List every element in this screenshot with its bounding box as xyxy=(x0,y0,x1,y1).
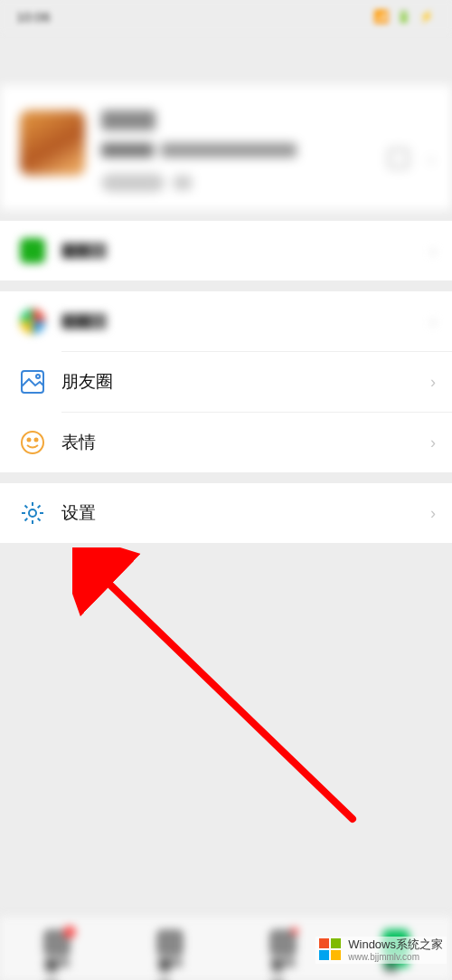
moments-icon xyxy=(18,367,47,396)
profile-card[interactable]: › xyxy=(0,85,452,210)
profile-id-value xyxy=(161,143,297,157)
nav-chats-label: 微信 xyxy=(44,958,70,967)
svg-point-4 xyxy=(35,439,38,442)
stickers-label: 表情 xyxy=(61,431,96,454)
nav-contacts-label: 通讯录 xyxy=(157,958,183,967)
chevron-right-icon: › xyxy=(430,433,436,452)
svg-point-5 xyxy=(29,509,36,517)
profile-id-label xyxy=(101,143,154,157)
header-spacer xyxy=(0,33,452,85)
row-favorites[interactable]: 收藏 › xyxy=(0,291,452,351)
chat-icon xyxy=(43,929,71,956)
watermark-title: Windows系统之家 xyxy=(348,938,443,951)
row-settings[interactable]: 设置 › xyxy=(0,483,452,543)
group-main: 收藏 › 朋友圈 › 表情 › xyxy=(0,291,452,472)
watermark-url: www.bjjmmlv.com xyxy=(348,952,443,962)
annotation-arrow xyxy=(72,547,371,837)
svg-point-1 xyxy=(36,375,40,378)
qr-code-icon[interactable] xyxy=(389,148,409,168)
row-moments[interactable]: 朋友圈 › xyxy=(0,352,452,412)
group-settings: 设置 › xyxy=(0,483,452,543)
emoji-icon xyxy=(18,428,47,457)
profile-info xyxy=(101,110,432,192)
status-bar: 10:06 📶 🔋 ⚡ xyxy=(0,0,452,33)
chevron-right-icon: › xyxy=(430,373,436,392)
windows-logo-icon xyxy=(319,938,343,962)
favorites-label: 收藏 xyxy=(61,313,107,329)
discover-icon xyxy=(269,929,297,956)
nav-chats[interactable]: 微信 xyxy=(0,916,113,980)
svg-point-3 xyxy=(28,439,31,442)
moments-label: 朋友圈 xyxy=(61,370,113,394)
status-indicators: 📶 🔋 ⚡ xyxy=(373,9,436,24)
status-time: 10:06 xyxy=(16,9,51,24)
gear-icon xyxy=(18,499,47,528)
profile-name xyxy=(101,110,155,130)
chevron-right-icon: › xyxy=(428,150,434,169)
favorites-icon xyxy=(18,307,47,336)
row-stickers[interactable]: 表情 › xyxy=(0,413,452,472)
services-label: 服务 xyxy=(61,243,107,259)
nav-contacts[interactable]: 通讯录 xyxy=(113,916,226,980)
row-services[interactable]: 服务 › xyxy=(0,221,452,281)
settings-label: 设置 xyxy=(61,501,96,525)
chevron-right-icon: › xyxy=(430,242,436,261)
watermark: Windows系统之家 www.bjjmmlv.com xyxy=(315,937,447,964)
avatar[interactable] xyxy=(20,110,85,176)
status-pill[interactable] xyxy=(101,174,165,192)
services-icon xyxy=(18,236,47,265)
nav-discover-label: 发现 xyxy=(270,958,296,967)
contacts-icon xyxy=(156,929,184,956)
chevron-right-icon: › xyxy=(430,504,436,523)
svg-point-2 xyxy=(22,432,43,453)
chevron-right-icon: › xyxy=(430,312,436,331)
group-services: 服务 › xyxy=(0,221,452,281)
status-more[interactable] xyxy=(174,176,192,190)
